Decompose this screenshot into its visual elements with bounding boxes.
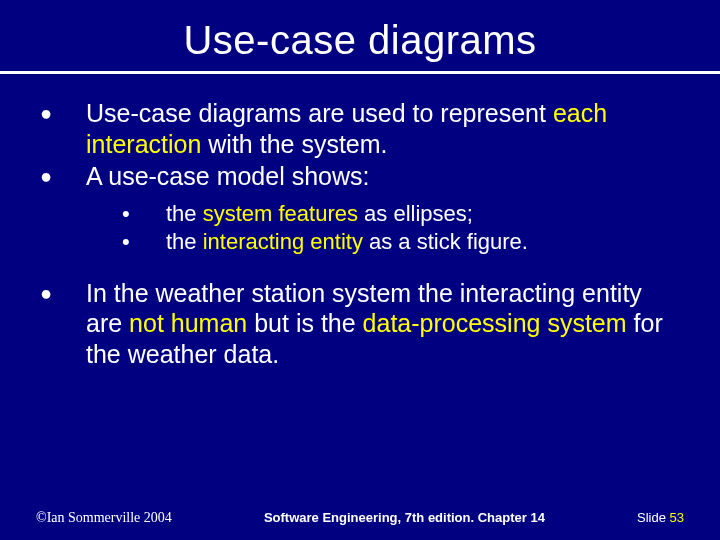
bullet-1: ● Use-case diagrams are used to represen… [36,98,684,159]
footer-copyright: ©Ian Sommerville 2004 [36,510,172,526]
bullet-2: ● A use-case model shows: [36,161,684,192]
bullet-icon: ● [36,98,86,159]
sub-bullet-icon: • [122,200,166,228]
sub-bullet-1: • the system features as ellipses; [36,200,684,228]
bullet-1-text: Use-case diagrams are used to represent … [86,98,684,159]
bullet-3-text: In the weather station system the intera… [86,278,684,370]
sub-bullet-icon: • [122,228,166,256]
sub-bullet-2-text: the interacting entity as a stick figure… [166,228,684,256]
bullet-icon: ● [36,278,86,370]
title-area: Use-case diagrams [36,0,684,74]
bullet-icon: ● [36,161,86,192]
sub-bullet-2: • the interacting entity as a stick figu… [36,228,684,256]
slide-title: Use-case diagrams [36,18,684,63]
slide: Use-case diagrams ● Use-case diagrams ar… [0,0,720,540]
highlight: interacting entity [203,229,363,254]
sub-bullets: • the system features as ellipses; • the… [36,200,684,256]
highlight: data-processing system [363,309,627,337]
footer-slide-number: Slide 53 [637,510,684,526]
sub-bullet-1-text: the system features as ellipses; [166,200,684,228]
bullet-2-text: A use-case model shows: [86,161,684,192]
highlight: not human [129,309,247,337]
title-divider [0,71,720,74]
highlight: system features [203,201,358,226]
slide-footer: ©Ian Sommerville 2004 Software Engineeri… [0,510,720,526]
page-number: 53 [670,510,684,525]
bullet-3: ● In the weather station system the inte… [36,278,684,370]
slide-body: ● Use-case diagrams are used to represen… [36,98,684,369]
footer-center: Software Engineering, 7th edition. Chapt… [264,510,545,526]
